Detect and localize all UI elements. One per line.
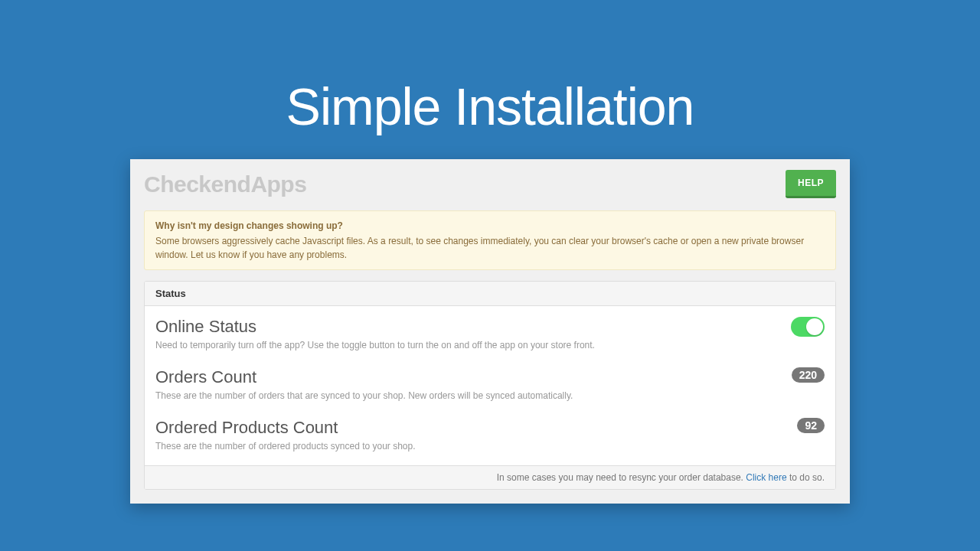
alert-body: Some browsers aggressively cache Javascr… bbox=[155, 236, 804, 260]
status-card-footer: In some cases you may need to resync you… bbox=[145, 465, 835, 489]
footer-suffix: to do so. bbox=[787, 472, 825, 483]
status-card-body: Online Status Need to temporarily turn o… bbox=[145, 306, 835, 465]
footer-prefix: In some cases you may need to resync you… bbox=[497, 472, 746, 483]
orders-count-title: Orders Count bbox=[155, 367, 573, 387]
ordered-products-row: Ordered Products Count These are the num… bbox=[155, 418, 825, 452]
app-panel: CheckendApps HELP Why isn't my design ch… bbox=[130, 159, 850, 504]
panel-header: CheckendApps HELP bbox=[130, 159, 850, 206]
online-status-row: Online Status Need to temporarily turn o… bbox=[155, 317, 825, 350]
status-card: Status Online Status Need to temporarily… bbox=[144, 281, 836, 490]
orders-count-badge: 220 bbox=[792, 367, 825, 383]
alert-title: Why isn't my design changes showing up? bbox=[155, 219, 825, 233]
online-status-title: Online Status bbox=[155, 317, 595, 337]
ordered-products-desc: These are the number of ordered products… bbox=[155, 441, 416, 452]
ordered-products-badge: 92 bbox=[797, 418, 825, 433]
brand-logo: CheckendApps bbox=[144, 171, 306, 197]
panel-padding bbox=[130, 490, 850, 504]
ordered-products-title: Ordered Products Count bbox=[155, 418, 416, 438]
online-status-desc: Need to temporarily turn off the app? Us… bbox=[155, 340, 595, 350]
help-button[interactable]: HELP bbox=[786, 170, 836, 198]
info-alert: Why isn't my design changes showing up? … bbox=[144, 210, 836, 270]
toggle-knob-icon bbox=[806, 318, 823, 335]
hero-title: Simple Installation bbox=[0, 0, 980, 136]
online-status-toggle[interactable] bbox=[791, 317, 825, 337]
status-card-header: Status bbox=[145, 282, 835, 306]
orders-count-desc: These are the number of orders that are … bbox=[155, 390, 573, 401]
orders-count-row: Orders Count These are the number of ord… bbox=[155, 367, 825, 401]
resync-link[interactable]: Click here bbox=[746, 472, 786, 483]
